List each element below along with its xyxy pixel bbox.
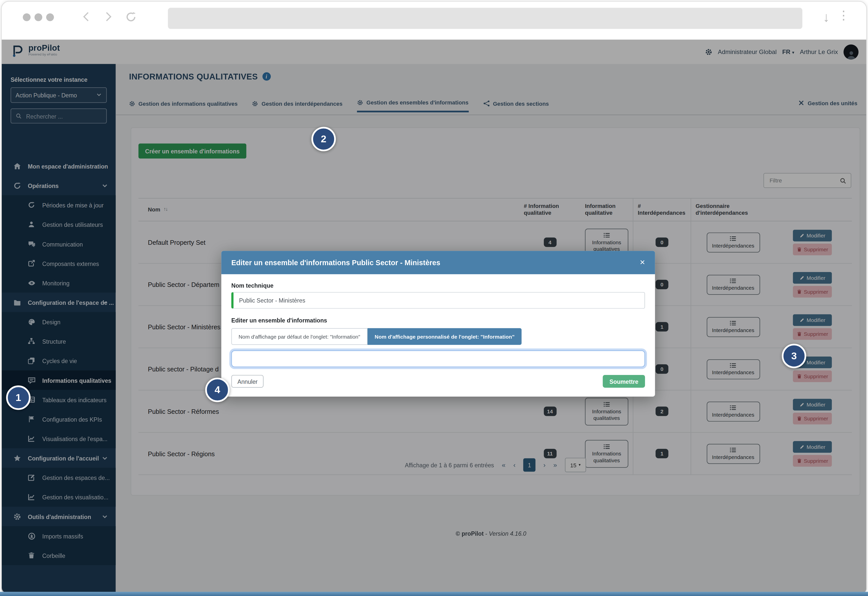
refresh-icon[interactable] <box>125 11 137 23</box>
browser-chrome: ↓ ⋮ <box>2 2 867 40</box>
close-icon[interactable]: × <box>640 258 645 267</box>
forward-icon[interactable] <box>102 11 114 22</box>
edit-section-label: Editer un ensemble d'informations <box>231 317 645 324</box>
callout-2: 2 <box>311 127 336 151</box>
window-dot[interactable] <box>23 13 31 21</box>
custom-display-name-button[interactable]: Nom d'affichage personnalisé de l'onglet… <box>368 328 522 345</box>
modal-body: Nom technique Editer un ensemble d'infor… <box>221 274 655 397</box>
technical-name-label: Nom technique <box>231 282 645 289</box>
modal-title: Editer un ensemble d'informations Public… <box>231 258 440 267</box>
browser-window: ↓ ⋮ proPilot Powered by eFakto Administr… <box>1 1 867 594</box>
window-controls[interactable] <box>23 13 54 21</box>
screenshot-stage: ↓ ⋮ proPilot Powered by eFakto Administr… <box>0 0 868 596</box>
window-dot[interactable] <box>35 13 42 21</box>
callout-1: 1 <box>6 386 31 410</box>
browser-menu-icon[interactable]: ⋮ <box>837 9 850 21</box>
cancel-button[interactable]: Annuler <box>231 375 264 388</box>
window-dot[interactable] <box>46 13 54 21</box>
custom-display-name-input[interactable] <box>231 351 645 367</box>
modal-header: Editer un ensemble d'informations Public… <box>221 251 655 274</box>
app-root: proPilot Powered by eFakto Administrateu… <box>2 40 867 593</box>
default-display-name-button[interactable]: Nom d'affichage par défaut de l'onglet: … <box>231 328 368 345</box>
back-icon[interactable] <box>81 11 92 22</box>
callout-3: 3 <box>782 344 806 368</box>
submit-button[interactable]: Soumettre <box>603 375 645 388</box>
download-icon[interactable]: ↓ <box>823 10 830 24</box>
technical-name-input[interactable] <box>231 292 645 309</box>
bottom-edge-strip <box>0 592 868 596</box>
edit-ensemble-modal: Editer un ensemble d'informations Public… <box>221 251 655 397</box>
display-name-toggle: Nom d'affichage par défaut de l'onglet: … <box>231 328 645 345</box>
callout-4: 4 <box>205 378 230 402</box>
address-bar[interactable] <box>168 8 802 29</box>
